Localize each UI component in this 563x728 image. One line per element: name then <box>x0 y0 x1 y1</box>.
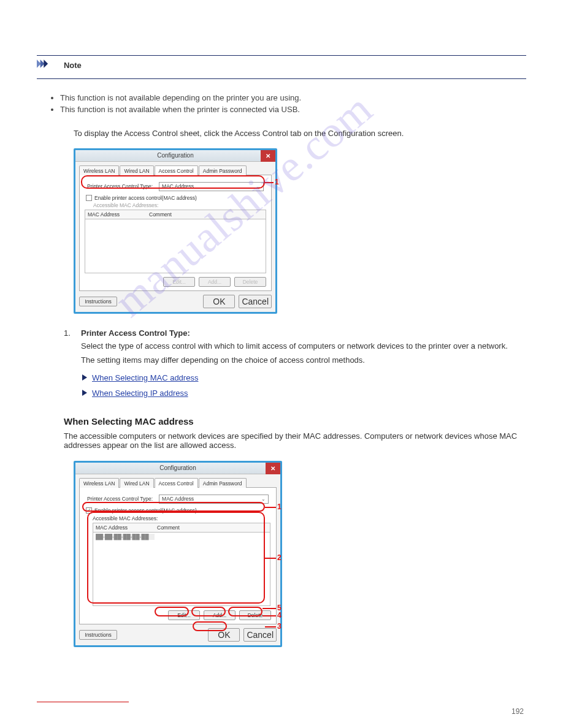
section-sub-mac: The accessible computers or network devi… <box>64 431 526 450</box>
note-item: This function is not available depending… <box>60 93 526 102</box>
annotation-line-1 <box>265 507 276 508</box>
col-comment: Comment <box>157 525 180 531</box>
svg-marker-2 <box>44 59 48 68</box>
note-label: Note <box>64 61 82 70</box>
window-titlebar: Configuration ✕ <box>75 150 275 162</box>
chevron-down-icon: ⌄ <box>261 496 266 502</box>
type-value: MAC Address <box>162 183 194 189</box>
enable-checkbox[interactable] <box>86 195 92 201</box>
annotation-number-2: 2 <box>277 553 282 562</box>
item-1-desc: Select the type of access control with w… <box>81 341 526 351</box>
window-titlebar: Configuration ✕ <box>75 463 280 474</box>
cancel-button[interactable]: Cancel <box>239 295 272 308</box>
link-mac-address[interactable]: When Selecting MAC address <box>92 373 198 382</box>
address-list[interactable]: ██-██-██-██-██-██ <box>93 533 270 606</box>
add-button[interactable]: Add... <box>204 610 236 620</box>
tab-access-control[interactable]: Access Control <box>155 478 198 488</box>
type-combobox[interactable]: MAC Address ⌄ <box>159 495 269 504</box>
sublinks: When Selecting MAC address When Selectin… <box>82 373 526 398</box>
note-heading-bar: Note <box>37 55 526 79</box>
instructions-button[interactable]: Instructions <box>79 630 117 640</box>
edit-button[interactable]: Edit... <box>163 277 195 287</box>
item-1: 1. Printer Access Control Type: Select t… <box>64 328 526 365</box>
footer-red-line <box>37 702 129 702</box>
screenshot-access-control-1: Configuration ✕ Wireless LAN Wired LAN A… <box>74 148 277 314</box>
screenshot-access-control-2: Configuration ✕ Wireless LAN Wired LAN A… <box>74 461 282 647</box>
note-list: This function is not available depending… <box>37 87 526 114</box>
close-icon[interactable]: ✕ <box>261 150 275 162</box>
page-number: 192 <box>511 707 524 716</box>
tab-admin-password[interactable]: Admin Password <box>199 165 247 175</box>
link-ip-address[interactable]: When Selecting IP address <box>92 389 188 398</box>
window-title: Configuration <box>157 152 193 159</box>
chevrons-icon <box>37 59 58 68</box>
annotation-number-5: 5 <box>277 604 282 612</box>
type-label: Printer Access Control Type: <box>87 183 153 189</box>
list-header: MAC Address Comment <box>85 210 266 219</box>
intro-text: To display the Access Control sheet, cli… <box>74 127 466 140</box>
delete-button[interactable]: Delete <box>234 277 266 287</box>
enable-checkbox[interactable]: ✓ <box>86 507 92 514</box>
add-button[interactable]: Add... <box>199 277 231 287</box>
annotation-line-4 <box>262 615 276 616</box>
tab-wireless-lan[interactable]: Wireless LAN <box>79 165 119 175</box>
ok-button[interactable]: OK <box>203 295 235 308</box>
annotation-number-4: 4 <box>277 611 282 620</box>
item-1-desc2: The setting items may differ depending o… <box>81 355 526 365</box>
type-combobox[interactable]: MAC Address ⌄ <box>159 182 264 191</box>
col-mac: MAC Address <box>96 525 157 531</box>
cancel-button[interactable]: Cancel <box>243 628 277 642</box>
tab-wired-lan[interactable]: Wired LAN <box>120 478 153 488</box>
accessible-label: Accessible MAC Addresses: <box>93 515 270 523</box>
arrow-icon <box>82 390 87 396</box>
annotation-number-1: 1 <box>277 502 282 511</box>
arrow-icon <box>82 374 87 381</box>
type-label: Printer Access Control Type: <box>87 496 153 502</box>
annotation-number-1: 1 <box>275 178 279 186</box>
item-1-title: Printer Access Control Type: <box>81 328 190 338</box>
enable-label: Enable printer access control(MAC addres… <box>94 507 197 514</box>
annotation-line-3 <box>265 626 276 628</box>
address-list[interactable] <box>85 219 266 273</box>
ok-button[interactable]: OK <box>208 628 240 642</box>
chevron-down-icon: ⌄ <box>256 184 261 189</box>
note-item: This function is not available when the … <box>60 105 526 114</box>
annotation-line-1 <box>265 182 274 183</box>
list-header: MAC Address Comment <box>93 523 270 533</box>
type-value: MAC Address <box>162 496 194 502</box>
tab-access-control[interactable]: Access Control <box>155 165 198 175</box>
annotation-number-3: 3 <box>277 622 282 631</box>
section-heading-mac: When Selecting MAC address <box>64 416 526 427</box>
enable-label: Enable printer access control(MAC addres… <box>94 195 197 201</box>
item-1-number: 1. <box>64 328 75 338</box>
edit-button[interactable]: Edit... <box>168 610 200 620</box>
tab-wired-lan[interactable]: Wired LAN <box>120 165 153 175</box>
tab-admin-password[interactable]: Admin Password <box>199 478 247 488</box>
window-title: Configuration <box>159 464 196 471</box>
accessible-label: Accessible MAC Addresses: <box>85 201 266 210</box>
tabs: Wireless LAN Wired LAN Access Control Ad… <box>79 478 277 488</box>
col-comment: Comment <box>149 211 172 218</box>
col-mac: MAC Address <box>88 211 149 218</box>
instructions-button[interactable]: Instructions <box>79 297 117 306</box>
annotation-line-2 <box>265 558 276 559</box>
close-icon[interactable]: ✕ <box>266 463 280 474</box>
annotation-line-5 <box>262 608 276 609</box>
tab-wireless-lan[interactable]: Wireless LAN <box>79 478 119 488</box>
tabs: Wireless LAN Wired LAN Access Control Ad… <box>79 165 272 175</box>
list-item[interactable]: ██-██-██-██-██-██ <box>96 534 155 540</box>
